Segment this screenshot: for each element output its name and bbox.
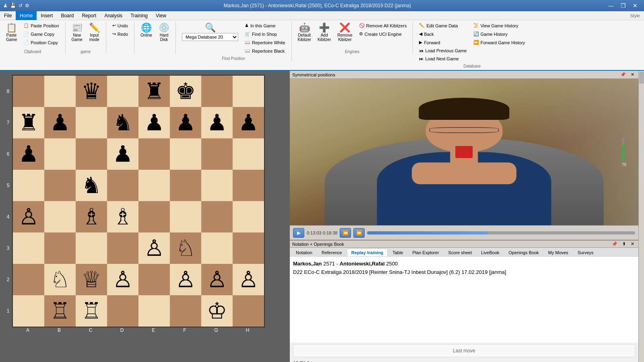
- menu-analysis[interactable]: Analysis: [100, 11, 126, 20]
- cell-h5[interactable]: [233, 170, 264, 201]
- hard-disk-button[interactable]: 💿 HardDisk: [156, 22, 172, 43]
- cell-h7[interactable]: ♟: [233, 107, 264, 138]
- forward-button[interactable]: ▶ Forward: [416, 39, 469, 46]
- close-button[interactable]: ✕: [630, 2, 641, 10]
- tab-table[interactable]: Table: [388, 249, 407, 256]
- video-pin-button[interactable]: 📌: [619, 72, 627, 77]
- cell-e4[interactable]: [138, 201, 170, 232]
- menu-board[interactable]: Board: [57, 11, 78, 20]
- cell-h6[interactable]: [233, 138, 264, 170]
- cell-b7[interactable]: ♟: [44, 107, 76, 138]
- cell-a8[interactable]: [13, 76, 44, 107]
- menu-file[interactable]: File: [0, 11, 16, 20]
- video-close-button[interactable]: ✕: [629, 72, 636, 77]
- cell-d5[interactable]: [107, 170, 138, 201]
- menu-training[interactable]: Training: [126, 11, 152, 20]
- remove-kibitzer-button[interactable]: ❌ RemoveKibitzer: [334, 22, 355, 43]
- notation-expand-button[interactable]: ⬆: [621, 241, 627, 247]
- cell-a1[interactable]: [13, 295, 44, 327]
- cell-f6[interactable]: [170, 138, 201, 170]
- default-kibitzer-button[interactable]: 🤖 DefaultKibitzer: [295, 22, 314, 43]
- find-position-button[interactable]: 🔍 Mega Database 2023: [179, 22, 241, 43]
- cell-d1[interactable]: [107, 295, 138, 327]
- cell-d2[interactable]: ♙: [107, 264, 138, 295]
- cell-e7[interactable]: ♟: [138, 107, 170, 138]
- fast-forward-button[interactable]: ⏩: [353, 228, 365, 238]
- notation-pin-button[interactable]: 📌: [610, 241, 619, 247]
- cell-g1[interactable]: ♔: [201, 295, 233, 327]
- create-uci-button[interactable]: ⚙ Create UCI Engine: [356, 30, 410, 38]
- edit-game-data-button[interactable]: ✏️ Edit Game Data: [416, 22, 469, 29]
- toolbar-icon-settings[interactable]: ⚙: [25, 3, 29, 8]
- remove-all-kibitzers-button[interactable]: 🚫 Remove All Kibitzers: [356, 22, 410, 29]
- cell-h3[interactable]: [233, 232, 264, 264]
- cell-d3[interactable]: [107, 232, 138, 264]
- cell-g2[interactable]: ♙: [201, 264, 233, 295]
- copy-game-button[interactable]: 📄 Game Copy: [21, 30, 62, 38]
- notation-close-button[interactable]: ✕: [629, 241, 636, 247]
- tab-score-sheet[interactable]: Score sheet: [444, 249, 477, 256]
- cell-f7[interactable]: ♟: [170, 107, 201, 138]
- database-dropdown[interactable]: Mega Database 2023: [182, 33, 238, 41]
- load-previous-button[interactable]: ⏮ Load Previous Game: [416, 47, 469, 54]
- tab-livebook[interactable]: LiveBook: [477, 249, 504, 256]
- play-button[interactable]: ▶: [293, 228, 304, 238]
- paste-game-button[interactable]: 📋 PasteGame: [3, 22, 20, 43]
- forward-game-history-button[interactable]: ⏩ Forward Game History: [471, 39, 528, 46]
- rewind-button[interactable]: ⏪: [340, 228, 351, 238]
- cell-b3[interactable]: [44, 232, 76, 264]
- cell-a4[interactable]: ♙: [13, 201, 44, 232]
- cell-f4[interactable]: [170, 201, 201, 232]
- tab-my-moves[interactable]: My Moves: [544, 249, 573, 256]
- toolbar-icon-undo[interactable]: ↺: [19, 3, 23, 8]
- cell-d8[interactable]: [107, 76, 138, 107]
- undo-button[interactable]: ↩ Undo: [109, 22, 131, 29]
- cell-f1[interactable]: [170, 295, 201, 327]
- cell-e1[interactable]: [138, 295, 170, 327]
- minimize-button[interactable]: —: [605, 2, 617, 10]
- game-history-button[interactable]: 🔄 Game History: [471, 30, 528, 38]
- cell-a5[interactable]: [13, 170, 44, 201]
- cell-g6[interactable]: [201, 138, 233, 170]
- cell-f8[interactable]: ♚: [170, 76, 201, 107]
- cell-b2[interactable]: ♘: [44, 264, 76, 295]
- copy-position-button[interactable]: 📄 Position Copy: [21, 39, 62, 46]
- cell-h2[interactable]: ♙: [233, 264, 264, 295]
- cell-b5[interactable]: [44, 170, 76, 201]
- tab-reference[interactable]: Reference: [317, 249, 347, 256]
- online-button[interactable]: 🌐 Online: [138, 22, 155, 39]
- cell-g4[interactable]: [201, 201, 233, 232]
- cell-e2[interactable]: [138, 264, 170, 295]
- cell-a2[interactable]: [13, 264, 44, 295]
- redo-button[interactable]: ↪ Redo: [109, 30, 131, 38]
- paste-position-button[interactable]: 📋 Paste Position: [21, 22, 62, 29]
- scrollbar-thumb[interactable]: [639, 72, 644, 84]
- menu-view[interactable]: View: [152, 11, 170, 20]
- cell-a3[interactable]: [13, 232, 44, 264]
- tab-openings-book[interactable]: Openings Book: [504, 249, 543, 256]
- repertoire-white-button[interactable]: 📖 Repertoire White: [242, 39, 288, 46]
- cell-b8[interactable]: [44, 76, 76, 107]
- menu-insert[interactable]: Insert: [37, 11, 57, 20]
- chess-board[interactable]: ♛ ♜ ♚ ♜ ♟ ♞ ♟ ♟ ♟ ♟ ♟ ♟: [12, 75, 265, 327]
- load-next-button[interactable]: ⏭ Load Next Game: [416, 55, 469, 62]
- video-timeline[interactable]: [367, 231, 635, 234]
- cell-g7[interactable]: ♟: [201, 107, 233, 138]
- cell-f3[interactable]: ♘: [170, 232, 201, 264]
- tab-surveys[interactable]: Surveys: [573, 249, 598, 256]
- cell-e6[interactable]: [138, 138, 170, 170]
- toolbar-icon-save[interactable]: 💾: [10, 3, 16, 8]
- cell-a6[interactable]: ♟: [13, 138, 44, 170]
- new-game-button[interactable]: 📰 NewGame: [69, 22, 85, 43]
- cell-c8[interactable]: ♛: [76, 76, 107, 107]
- repertoire-black-button[interactable]: 📖 Repertoire Black: [242, 47, 288, 55]
- cell-c3[interactable]: [76, 232, 107, 264]
- cell-c2[interactable]: ♕: [76, 264, 107, 295]
- back-button[interactable]: ◀ Back: [416, 30, 469, 38]
- cell-h1[interactable]: [233, 295, 264, 327]
- cell-d4[interactable]: ♗: [107, 201, 138, 232]
- find-dropdown[interactable]: Mega Database 2023: [182, 33, 238, 41]
- cell-e5[interactable]: [138, 170, 170, 201]
- cell-h4[interactable]: [233, 201, 264, 232]
- cell-b1[interactable]: ♖: [44, 295, 76, 327]
